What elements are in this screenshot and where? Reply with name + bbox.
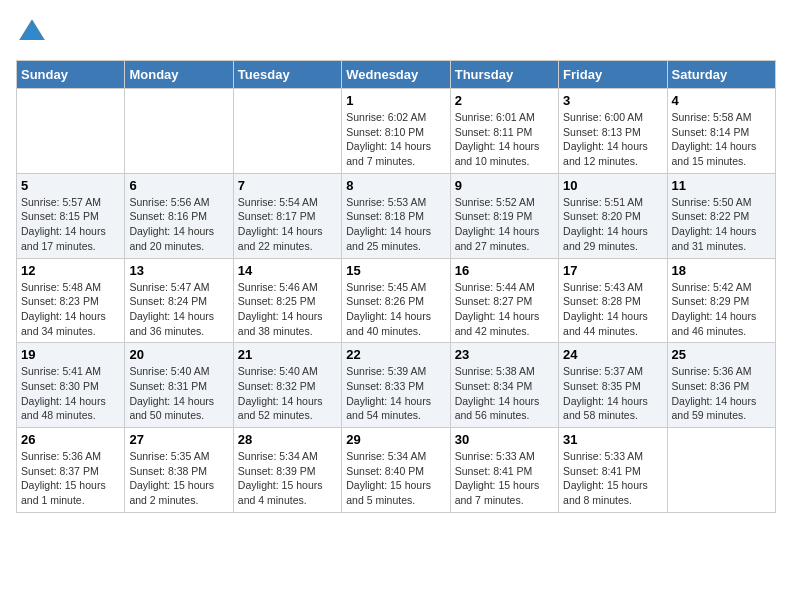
day-number: 10	[563, 178, 662, 193]
calendar-cell: 18Sunrise: 5:42 AM Sunset: 8:29 PM Dayli…	[667, 258, 775, 343]
calendar-cell: 20Sunrise: 5:40 AM Sunset: 8:31 PM Dayli…	[125, 343, 233, 428]
calendar-header-saturday: Saturday	[667, 61, 775, 89]
day-info: Sunrise: 5:56 AM Sunset: 8:16 PM Dayligh…	[129, 195, 228, 254]
calendar-cell: 31Sunrise: 5:33 AM Sunset: 8:41 PM Dayli…	[559, 428, 667, 513]
day-info: Sunrise: 5:57 AM Sunset: 8:15 PM Dayligh…	[21, 195, 120, 254]
day-info: Sunrise: 5:45 AM Sunset: 8:26 PM Dayligh…	[346, 280, 445, 339]
day-info: Sunrise: 6:02 AM Sunset: 8:10 PM Dayligh…	[346, 110, 445, 169]
day-info: Sunrise: 5:54 AM Sunset: 8:17 PM Dayligh…	[238, 195, 337, 254]
calendar-cell: 28Sunrise: 5:34 AM Sunset: 8:39 PM Dayli…	[233, 428, 341, 513]
day-number: 27	[129, 432, 228, 447]
day-info: Sunrise: 5:35 AM Sunset: 8:38 PM Dayligh…	[129, 449, 228, 508]
day-number: 25	[672, 347, 771, 362]
calendar-cell: 27Sunrise: 5:35 AM Sunset: 8:38 PM Dayli…	[125, 428, 233, 513]
calendar-week-4: 19Sunrise: 5:41 AM Sunset: 8:30 PM Dayli…	[17, 343, 776, 428]
calendar-cell	[667, 428, 775, 513]
day-info: Sunrise: 5:40 AM Sunset: 8:31 PM Dayligh…	[129, 364, 228, 423]
day-info: Sunrise: 5:50 AM Sunset: 8:22 PM Dayligh…	[672, 195, 771, 254]
day-info: Sunrise: 5:36 AM Sunset: 8:37 PM Dayligh…	[21, 449, 120, 508]
calendar-cell: 16Sunrise: 5:44 AM Sunset: 8:27 PM Dayli…	[450, 258, 558, 343]
header	[16, 16, 776, 48]
day-info: Sunrise: 5:46 AM Sunset: 8:25 PM Dayligh…	[238, 280, 337, 339]
calendar-cell: 23Sunrise: 5:38 AM Sunset: 8:34 PM Dayli…	[450, 343, 558, 428]
calendar-header-sunday: Sunday	[17, 61, 125, 89]
day-info: Sunrise: 5:52 AM Sunset: 8:19 PM Dayligh…	[455, 195, 554, 254]
calendar-cell: 29Sunrise: 5:34 AM Sunset: 8:40 PM Dayli…	[342, 428, 450, 513]
calendar-cell: 24Sunrise: 5:37 AM Sunset: 8:35 PM Dayli…	[559, 343, 667, 428]
calendar-cell: 25Sunrise: 5:36 AM Sunset: 8:36 PM Dayli…	[667, 343, 775, 428]
logo	[16, 16, 52, 48]
calendar-cell: 13Sunrise: 5:47 AM Sunset: 8:24 PM Dayli…	[125, 258, 233, 343]
day-info: Sunrise: 5:34 AM Sunset: 8:40 PM Dayligh…	[346, 449, 445, 508]
day-info: Sunrise: 5:38 AM Sunset: 8:34 PM Dayligh…	[455, 364, 554, 423]
calendar-cell: 12Sunrise: 5:48 AM Sunset: 8:23 PM Dayli…	[17, 258, 125, 343]
calendar-cell: 30Sunrise: 5:33 AM Sunset: 8:41 PM Dayli…	[450, 428, 558, 513]
calendar-cell: 5Sunrise: 5:57 AM Sunset: 8:15 PM Daylig…	[17, 173, 125, 258]
day-number: 20	[129, 347, 228, 362]
day-number: 6	[129, 178, 228, 193]
calendar-cell: 9Sunrise: 5:52 AM Sunset: 8:19 PM Daylig…	[450, 173, 558, 258]
day-number: 17	[563, 263, 662, 278]
day-number: 16	[455, 263, 554, 278]
calendar-cell: 6Sunrise: 5:56 AM Sunset: 8:16 PM Daylig…	[125, 173, 233, 258]
calendar-cell	[125, 89, 233, 174]
day-info: Sunrise: 5:41 AM Sunset: 8:30 PM Dayligh…	[21, 364, 120, 423]
day-info: Sunrise: 5:42 AM Sunset: 8:29 PM Dayligh…	[672, 280, 771, 339]
day-number: 4	[672, 93, 771, 108]
calendar-week-1: 1Sunrise: 6:02 AM Sunset: 8:10 PM Daylig…	[17, 89, 776, 174]
day-info: Sunrise: 5:33 AM Sunset: 8:41 PM Dayligh…	[455, 449, 554, 508]
day-number: 26	[21, 432, 120, 447]
day-info: Sunrise: 5:33 AM Sunset: 8:41 PM Dayligh…	[563, 449, 662, 508]
day-info: Sunrise: 5:51 AM Sunset: 8:20 PM Dayligh…	[563, 195, 662, 254]
day-number: 7	[238, 178, 337, 193]
day-info: Sunrise: 5:36 AM Sunset: 8:36 PM Dayligh…	[672, 364, 771, 423]
day-number: 13	[129, 263, 228, 278]
day-number: 30	[455, 432, 554, 447]
calendar-header-row: SundayMondayTuesdayWednesdayThursdayFrid…	[17, 61, 776, 89]
calendar-cell: 8Sunrise: 5:53 AM Sunset: 8:18 PM Daylig…	[342, 173, 450, 258]
day-info: Sunrise: 5:48 AM Sunset: 8:23 PM Dayligh…	[21, 280, 120, 339]
calendar-cell: 3Sunrise: 6:00 AM Sunset: 8:13 PM Daylig…	[559, 89, 667, 174]
day-info: Sunrise: 6:01 AM Sunset: 8:11 PM Dayligh…	[455, 110, 554, 169]
day-number: 19	[21, 347, 120, 362]
calendar-week-5: 26Sunrise: 5:36 AM Sunset: 8:37 PM Dayli…	[17, 428, 776, 513]
day-info: Sunrise: 5:58 AM Sunset: 8:14 PM Dayligh…	[672, 110, 771, 169]
day-info: Sunrise: 5:43 AM Sunset: 8:28 PM Dayligh…	[563, 280, 662, 339]
day-number: 18	[672, 263, 771, 278]
calendar-header-wednesday: Wednesday	[342, 61, 450, 89]
calendar: SundayMondayTuesdayWednesdayThursdayFrid…	[16, 60, 776, 513]
calendar-cell: 17Sunrise: 5:43 AM Sunset: 8:28 PM Dayli…	[559, 258, 667, 343]
day-number: 15	[346, 263, 445, 278]
day-number: 11	[672, 178, 771, 193]
day-number: 22	[346, 347, 445, 362]
calendar-header-tuesday: Tuesday	[233, 61, 341, 89]
day-number: 12	[21, 263, 120, 278]
calendar-cell: 7Sunrise: 5:54 AM Sunset: 8:17 PM Daylig…	[233, 173, 341, 258]
day-info: Sunrise: 5:34 AM Sunset: 8:39 PM Dayligh…	[238, 449, 337, 508]
calendar-cell: 14Sunrise: 5:46 AM Sunset: 8:25 PM Dayli…	[233, 258, 341, 343]
day-number: 5	[21, 178, 120, 193]
calendar-header-monday: Monday	[125, 61, 233, 89]
day-number: 31	[563, 432, 662, 447]
calendar-cell: 15Sunrise: 5:45 AM Sunset: 8:26 PM Dayli…	[342, 258, 450, 343]
calendar-cell: 4Sunrise: 5:58 AM Sunset: 8:14 PM Daylig…	[667, 89, 775, 174]
day-number: 14	[238, 263, 337, 278]
day-number: 3	[563, 93, 662, 108]
day-number: 28	[238, 432, 337, 447]
day-number: 9	[455, 178, 554, 193]
logo-icon	[16, 16, 48, 48]
calendar-header-thursday: Thursday	[450, 61, 558, 89]
calendar-week-3: 12Sunrise: 5:48 AM Sunset: 8:23 PM Dayli…	[17, 258, 776, 343]
day-number: 1	[346, 93, 445, 108]
day-info: Sunrise: 5:37 AM Sunset: 8:35 PM Dayligh…	[563, 364, 662, 423]
calendar-header-friday: Friday	[559, 61, 667, 89]
day-info: Sunrise: 5:39 AM Sunset: 8:33 PM Dayligh…	[346, 364, 445, 423]
day-info: Sunrise: 5:40 AM Sunset: 8:32 PM Dayligh…	[238, 364, 337, 423]
calendar-week-2: 5Sunrise: 5:57 AM Sunset: 8:15 PM Daylig…	[17, 173, 776, 258]
day-number: 8	[346, 178, 445, 193]
calendar-cell: 1Sunrise: 6:02 AM Sunset: 8:10 PM Daylig…	[342, 89, 450, 174]
day-number: 24	[563, 347, 662, 362]
calendar-cell: 10Sunrise: 5:51 AM Sunset: 8:20 PM Dayli…	[559, 173, 667, 258]
day-info: Sunrise: 5:47 AM Sunset: 8:24 PM Dayligh…	[129, 280, 228, 339]
calendar-cell: 11Sunrise: 5:50 AM Sunset: 8:22 PM Dayli…	[667, 173, 775, 258]
